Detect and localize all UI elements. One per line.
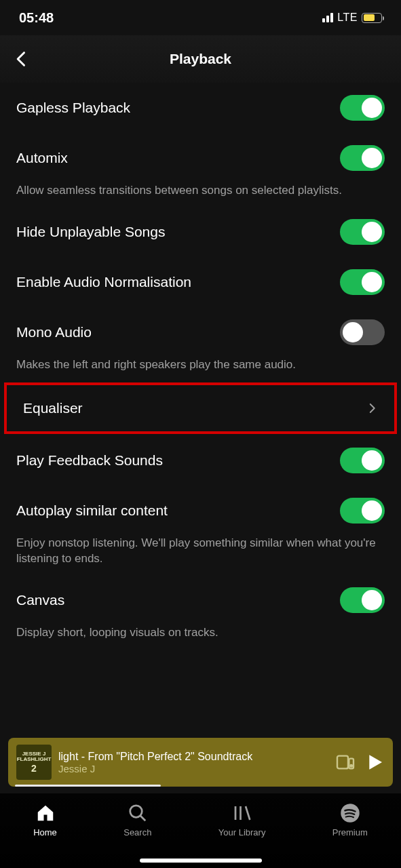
mono-description: Makes the left and right speakers play t…: [0, 357, 401, 381]
setting-label: Enable Audio Normalisation: [16, 274, 191, 290]
home-icon: [35, 803, 56, 823]
track-artist: Jessie J: [58, 763, 328, 774]
setting-feedback-sounds: Play Feedback Sounds: [0, 435, 401, 486]
devices-icon[interactable]: [335, 751, 356, 773]
nav-label: Home: [33, 827, 57, 837]
setting-label: Hide Unplayable Songs: [16, 224, 165, 240]
nav-label: Premium: [332, 827, 368, 837]
setting-label: Equaliser: [23, 400, 83, 416]
nav-home[interactable]: Home: [33, 803, 57, 868]
equaliser-highlight: Equaliser: [4, 382, 397, 434]
setting-label: Mono Audio: [16, 324, 92, 340]
svg-point-4: [130, 806, 142, 818]
setting-label: Automix: [16, 150, 68, 166]
automix-description: Allow seamless transitions between songs…: [0, 183, 401, 207]
toggle-mono[interactable]: [340, 319, 385, 345]
home-indicator[interactable]: [140, 859, 262, 863]
svg-marker-3: [369, 755, 382, 769]
status-time: 05:48: [19, 10, 54, 26]
signal-icon: [322, 13, 333, 22]
page-title: Playback: [170, 51, 231, 67]
bottom-nav: Home Search Your Library Premium: [0, 793, 401, 868]
search-icon: [128, 803, 148, 823]
network-label: LTE: [337, 12, 358, 24]
autoplay-description: Enjoy nonstop listening. We'll play some…: [0, 536, 401, 575]
toggle-canvas[interactable]: [340, 587, 385, 613]
back-icon[interactable]: [12, 50, 31, 68]
toggle-automix[interactable]: [340, 145, 385, 171]
page-header: Playback: [0, 35, 401, 83]
track-info: light - From "Pitch Perfect 2" Soundtrac…: [58, 751, 328, 774]
setting-gapless: Gapless Playback: [0, 83, 401, 133]
setting-hide-unplayable: Hide Unplayable Songs: [0, 207, 401, 257]
spotify-icon: [340, 803, 360, 823]
svg-point-2: [350, 765, 352, 767]
progress-bar: [15, 785, 161, 787]
album-art: JESSIE J FLASHLIGHT 2: [16, 745, 52, 780]
album-text: 2: [31, 764, 37, 773]
track-title: light - From "Pitch Perfect 2" Soundtrac…: [58, 751, 328, 763]
toggle-normalisation[interactable]: [340, 269, 385, 295]
nav-label: Search: [123, 827, 151, 837]
toggle-autoplay[interactable]: [340, 498, 385, 524]
setting-mono: Mono Audio: [0, 307, 401, 357]
setting-label: Autoplay similar content: [16, 502, 168, 519]
nav-premium[interactable]: Premium: [332, 803, 368, 868]
setting-autoplay: Autoplay similar content: [0, 486, 401, 536]
toggle-gapless[interactable]: [340, 95, 385, 121]
now-playing-bar[interactable]: JESSIE J FLASHLIGHT 2 light - From "Pitc…: [8, 738, 393, 787]
chevron-right-icon: [366, 402, 378, 414]
battery-icon: [362, 13, 382, 23]
setting-automix: Automix: [0, 133, 401, 183]
setting-label: Canvas: [16, 592, 64, 608]
setting-label: Play Feedback Sounds: [16, 452, 163, 469]
status-right: LTE: [322, 12, 382, 24]
album-text: FLASHLIGHT: [17, 757, 52, 762]
setting-canvas: Canvas: [0, 575, 401, 625]
setting-normalisation: Enable Audio Normalisation: [0, 257, 401, 307]
toggle-hide-unplayable[interactable]: [340, 219, 385, 245]
svg-rect-0: [337, 756, 348, 769]
setting-label: Gapless Playback: [16, 100, 130, 116]
play-icon[interactable]: [363, 751, 385, 773]
canvas-description: Display short, looping visuals on tracks…: [0, 625, 401, 649]
toggle-feedback-sounds[interactable]: [340, 448, 385, 473]
library-icon: [232, 803, 252, 823]
setting-equaliser[interactable]: Equaliser: [7, 385, 394, 431]
nav-label: Your Library: [218, 827, 266, 837]
svg-line-5: [140, 816, 146, 821]
settings-list: Gapless Playback Automix Allow seamless …: [0, 83, 401, 649]
status-bar: 05:48 LTE: [0, 0, 401, 35]
